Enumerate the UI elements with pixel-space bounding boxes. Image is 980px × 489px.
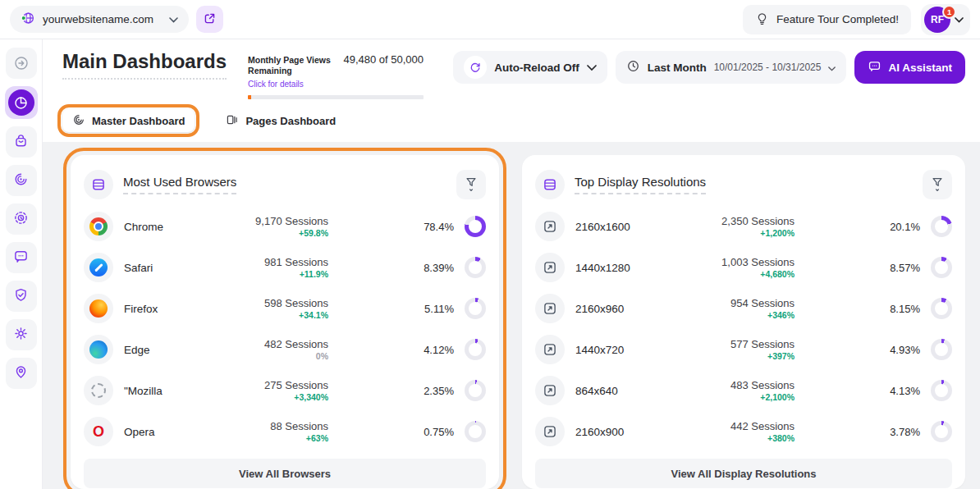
filter-button[interactable] <box>456 170 486 199</box>
chrome-icon <box>84 212 113 241</box>
mozilla-icon <box>84 376 113 405</box>
collapse-arrow-icon[interactable] <box>6 48 37 79</box>
resolution-row[interactable]: 2160x960 954 Sessions+346% 8.15% <box>535 288 952 329</box>
chevron-down-icon <box>587 62 597 74</box>
safari-icon <box>84 253 113 282</box>
tab-label: Pages Dashboard <box>245 115 336 127</box>
browser-row[interactable]: Edge 482 Sessions0% 4.12% <box>84 329 486 370</box>
user-menu[interactable]: RF 1 <box>921 4 970 35</box>
sessions-delta: +346% <box>767 310 795 320</box>
sidebar-item-dashboards[interactable] <box>5 86 38 119</box>
resize-arrow-icon <box>535 417 565 446</box>
browser-name: Safari <box>124 262 153 274</box>
shopping-bag-icon <box>13 133 29 151</box>
sidebar-item-recordings[interactable] <box>6 203 37 235</box>
donut-chart <box>465 298 486 319</box>
resolution-name: 1440x720 <box>575 344 624 356</box>
globe-icon <box>21 11 35 28</box>
tab-label: Master Dashboard <box>92 115 185 127</box>
card-header: Most Used Browsers <box>84 165 486 204</box>
sessions-value: 2,350 Sessions <box>721 215 795 227</box>
donut-chart <box>465 216 486 237</box>
share-percent: 0.75% <box>421 426 454 438</box>
tab-pages-dashboard[interactable]: Pages Dashboard <box>216 109 346 132</box>
resolution-name: 1440x1280 <box>575 262 630 274</box>
website-name: yourwebsitename.com <box>43 13 153 25</box>
sessions-value: 577 Sessions <box>730 338 795 350</box>
page-views-label: Monthly Page Views Remaining <box>248 55 338 75</box>
browser-rows: Chrome 9,170 Sessions+59.8% 78.4% Safari… <box>84 204 486 452</box>
sidebar <box>0 39 43 489</box>
pages-icon <box>226 113 239 129</box>
browser-name: Opera <box>124 426 155 438</box>
date-range-picker[interactable]: Last Month 10/01/2025 - 10/31/2025 <box>616 51 847 84</box>
browser-row[interactable]: "Mozilla 275 Sessions+3,340% 2.35% <box>84 370 486 411</box>
donut-chart <box>465 257 486 278</box>
share-percent: 4.13% <box>887 385 920 397</box>
browser-row[interactable]: Firefox 598 Sessions+34.1% 5.11% <box>84 288 486 329</box>
shield-check-icon <box>13 287 29 305</box>
app-shell: Main Dashboards Monthly Page Views Remai… <box>0 39 980 489</box>
share-percent: 8.57% <box>887 262 920 274</box>
spiral-icon <box>72 113 85 129</box>
auto-reload-dropdown[interactable]: Auto-Reload Off <box>453 51 607 84</box>
donut-chart <box>465 380 486 401</box>
chevron-down-icon <box>169 13 178 25</box>
browser-row[interactable]: Chrome 9,170 Sessions+59.8% 78.4% <box>84 206 486 247</box>
external-link-icon <box>203 11 217 28</box>
view-all-browsers-button[interactable]: View All Browsers <box>84 459 486 488</box>
sidebar-item-settings[interactable] <box>6 319 37 350</box>
resolution-name: 2160x960 <box>575 303 624 315</box>
browsers-card: Most Used Browsers Chrome 9,170 Sessions… <box>71 155 499 489</box>
resolution-row[interactable]: 2160x900 442 Sessions+380% 3.78% <box>535 411 952 452</box>
resize-arrow-icon <box>535 335 565 364</box>
sessions-value: 954 Sessions <box>730 297 795 309</box>
sessions-value: 442 Sessions <box>730 420 795 432</box>
page-views-progress-fill <box>248 95 251 99</box>
sessions-value: 88 Sessions <box>270 420 328 432</box>
share-percent: 2.35% <box>421 385 454 397</box>
sessions-delta: +380% <box>767 433 795 443</box>
website-selector[interactable]: yourwebsitename.com <box>10 6 189 33</box>
feature-tour-label: Feature Tour Completed! <box>776 13 899 25</box>
resolution-row[interactable]: 2160x1600 2,350 Sessions+1,200% 20.1% <box>535 206 952 247</box>
topbar: yourwebsitename.com Feature Tour Complet… <box>0 0 980 39</box>
card-header: Top Display Resolutions <box>535 165 952 204</box>
share-percent: 5.11% <box>421 303 454 315</box>
resize-arrow-icon <box>535 376 565 405</box>
sidebar-item-privacy[interactable] <box>6 281 37 312</box>
sidebar-item-store[interactable] <box>6 126 37 158</box>
browser-row[interactable]: Opera 88 Sessions+63% 0.75% <box>84 411 486 452</box>
spiral-icon <box>13 171 29 190</box>
resolution-row[interactable]: 1440x720 577 Sessions+397% 4.93% <box>535 329 952 370</box>
feature-tour-button[interactable]: Feature Tour Completed! <box>743 5 911 34</box>
resolution-rows: 2160x1600 2,350 Sessions+1,200% 20.1% 14… <box>535 204 952 452</box>
sessions-delta: +1,200% <box>760 228 795 238</box>
resolution-row[interactable]: 864x640 483 Sessions+2,100% 4.13% <box>535 370 952 411</box>
view-all-resolutions-button[interactable]: View All Display Resolutions <box>535 459 952 488</box>
sessions-delta: 0% <box>316 351 328 361</box>
tab-master-dashboard[interactable]: Master Dashboard <box>62 109 195 132</box>
page-views-usage: 49,480 of 50,000 <box>343 53 424 66</box>
page-views-details-link[interactable]: Click for details <box>248 80 304 89</box>
date-range-value: 10/01/2025 - 10/31/2025 <box>714 62 822 73</box>
dashboard-content: Most Used Browsers Chrome 9,170 Sessions… <box>43 142 980 489</box>
sidebar-item-visitors[interactable] <box>6 358 37 389</box>
sidebar-item-heatmaps[interactable] <box>6 165 37 196</box>
filter-button[interactable] <box>923 170 952 199</box>
record-clock-icon <box>13 210 29 228</box>
card-title: Top Display Resolutions <box>575 175 706 194</box>
share-percent: 8.39% <box>421 262 454 274</box>
donut-chart <box>931 339 952 360</box>
ai-assistant-button[interactable]: AI Assistant <box>854 51 965 84</box>
filter-funnel-icon <box>464 176 479 194</box>
resolution-row[interactable]: 1440x1280 1,003 Sessions+4,680% 8.57% <box>535 247 952 288</box>
browser-row[interactable]: Safari 981 Sessions+11.9% 8.39% <box>84 247 486 288</box>
open-website-button[interactable] <box>196 6 223 33</box>
sidebar-item-feedback[interactable] <box>6 242 37 273</box>
topbar-right: Feature Tour Completed! RF 1 <box>743 4 970 35</box>
share-percent: 78.4% <box>421 221 454 233</box>
share-percent: 4.12% <box>421 344 454 356</box>
donut-chart <box>931 298 952 319</box>
donut-chart <box>931 380 952 401</box>
